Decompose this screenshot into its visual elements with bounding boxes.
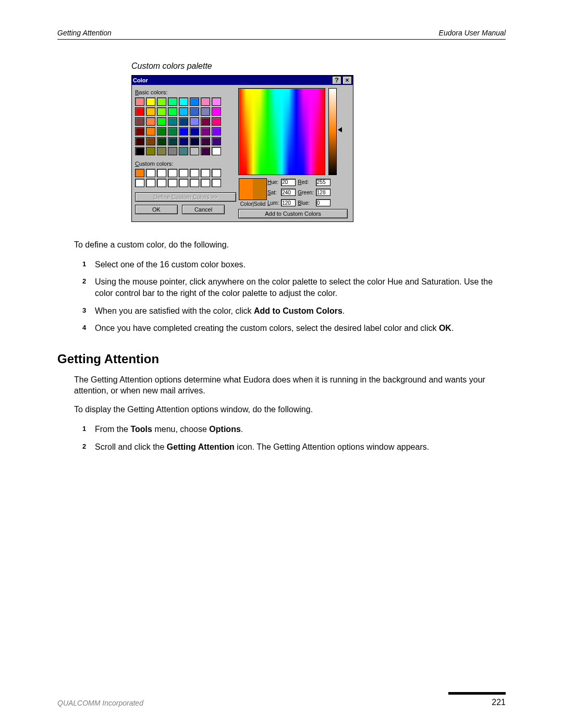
basic-color-swatch[interactable] <box>157 137 166 145</box>
basic-color-swatch[interactable] <box>157 97 166 106</box>
step-item: 2Using the mouse pointer, click anywhere… <box>82 276 506 299</box>
basic-color-swatch[interactable] <box>190 137 199 145</box>
luminance-slider[interactable] <box>328 88 337 175</box>
basic-color-swatch[interactable] <box>157 127 166 135</box>
step-item: 2Scroll and click the Getting Attention … <box>82 441 506 453</box>
custom-color-swatch[interactable] <box>212 179 221 187</box>
basic-color-swatch[interactable] <box>212 147 221 155</box>
basic-color-swatch[interactable] <box>201 117 210 126</box>
custom-color-swatch[interactable] <box>179 169 188 177</box>
green-label: Green: <box>298 190 314 195</box>
basic-color-swatch[interactable] <box>179 97 188 106</box>
basic-color-swatch[interactable] <box>146 117 155 126</box>
custom-color-swatch[interactable] <box>201 179 210 187</box>
section-heading: Getting Attention <box>57 352 506 366</box>
custom-color-swatch[interactable] <box>168 169 177 177</box>
basic-color-swatch[interactable] <box>201 97 210 106</box>
basic-color-swatch[interactable] <box>135 127 144 135</box>
step-item: 1From the Tools menu, choose Options. <box>82 424 506 435</box>
basic-color-swatch[interactable] <box>157 147 166 155</box>
basic-color-swatch[interactable] <box>201 147 210 155</box>
figure-caption: Custom colors palette <box>131 61 506 71</box>
section-p2: To display the Getting Attention options… <box>74 404 506 415</box>
custom-color-swatch[interactable] <box>212 169 221 177</box>
intro-paragraph: To define a custom color, do the followi… <box>74 240 506 251</box>
add-to-custom-colors-button[interactable]: Add to Custom Colors <box>238 209 348 218</box>
basic-color-swatch[interactable] <box>212 127 221 135</box>
basic-colors-grid <box>135 97 234 155</box>
basic-color-swatch[interactable] <box>212 137 221 145</box>
basic-color-swatch[interactable] <box>135 137 144 145</box>
custom-color-swatch[interactable] <box>146 169 155 177</box>
basic-color-swatch[interactable] <box>146 97 155 106</box>
basic-color-swatch[interactable] <box>146 137 155 145</box>
custom-color-swatch[interactable] <box>135 179 144 187</box>
basic-color-swatch[interactable] <box>135 97 144 106</box>
header-right: Eudora User Manual <box>439 29 506 37</box>
basic-color-swatch[interactable] <box>168 107 177 116</box>
basic-color-swatch[interactable] <box>168 137 177 145</box>
basic-color-swatch[interactable] <box>168 147 177 155</box>
header-left: Getting Attention <box>57 29 112 37</box>
basic-color-swatch[interactable] <box>146 127 155 135</box>
basic-color-swatch[interactable] <box>146 107 155 116</box>
basic-color-swatch[interactable] <box>212 117 221 126</box>
basic-color-swatch[interactable] <box>190 147 199 155</box>
footer-rule <box>448 692 506 695</box>
basic-color-swatch[interactable] <box>179 137 188 145</box>
sat-input[interactable] <box>281 189 296 196</box>
basic-color-swatch[interactable] <box>135 107 144 116</box>
lum-label: Lum: <box>267 200 279 206</box>
basic-color-swatch[interactable] <box>168 127 177 135</box>
basic-color-swatch[interactable] <box>201 127 210 135</box>
basic-color-swatch[interactable] <box>168 117 177 126</box>
basic-color-swatch[interactable] <box>157 107 166 116</box>
custom-color-swatch[interactable] <box>190 179 199 187</box>
basic-color-swatch[interactable] <box>135 117 144 126</box>
dialog-title: Color <box>133 77 148 83</box>
basic-color-swatch[interactable] <box>179 107 188 116</box>
page-number: 221 <box>492 698 506 707</box>
help-icon[interactable]: ? <box>332 76 341 84</box>
basic-color-swatch[interactable] <box>179 117 188 126</box>
define-custom-colors-button: Define Custom Colors >> <box>135 192 236 202</box>
basic-color-swatch[interactable] <box>201 137 210 145</box>
basic-color-swatch[interactable] <box>212 107 221 116</box>
custom-color-swatch[interactable] <box>190 169 199 177</box>
hue-saturation-picker[interactable] <box>238 88 325 175</box>
custom-color-swatch[interactable] <box>157 169 166 177</box>
blue-label: Blue: <box>298 200 314 206</box>
red-input[interactable] <box>316 179 331 186</box>
close-icon[interactable]: × <box>342 76 352 84</box>
custom-color-swatch[interactable] <box>135 169 144 177</box>
custom-color-swatch[interactable] <box>146 179 155 187</box>
custom-color-swatch[interactable] <box>168 179 177 187</box>
basic-color-swatch[interactable] <box>135 147 144 155</box>
hue-input[interactable] <box>281 179 296 186</box>
custom-colors-grid <box>135 169 234 187</box>
basic-color-swatch[interactable] <box>146 147 155 155</box>
lum-input[interactable] <box>281 199 296 206</box>
basic-color-swatch[interactable] <box>190 107 199 116</box>
basic-color-swatch[interactable] <box>179 127 188 135</box>
luminance-arrow-icon[interactable] <box>338 127 342 132</box>
green-input[interactable] <box>316 189 331 196</box>
basic-color-swatch[interactable] <box>190 127 199 135</box>
basic-color-swatch[interactable] <box>190 97 199 106</box>
cancel-button[interactable]: Cancel <box>182 205 225 214</box>
basic-color-swatch[interactable] <box>201 107 210 116</box>
custom-color-swatch[interactable] <box>179 179 188 187</box>
basic-color-swatch[interactable] <box>179 147 188 155</box>
custom-color-swatch[interactable] <box>157 179 166 187</box>
custom-color-swatch[interactable] <box>201 169 210 177</box>
basic-color-swatch[interactable] <box>157 117 166 126</box>
step-item: 1Select one of the 16 custom color boxes… <box>82 259 506 270</box>
basic-color-swatch[interactable] <box>190 117 199 126</box>
blue-input[interactable] <box>316 199 331 206</box>
footer-company: QUALCOMM Incorporated <box>57 699 143 707</box>
hue-label: Hue: <box>267 179 279 185</box>
basic-color-swatch[interactable] <box>168 97 177 106</box>
basic-color-swatch[interactable] <box>212 97 221 106</box>
ok-button[interactable]: OK <box>135 205 178 214</box>
red-label: Red: <box>298 179 314 185</box>
